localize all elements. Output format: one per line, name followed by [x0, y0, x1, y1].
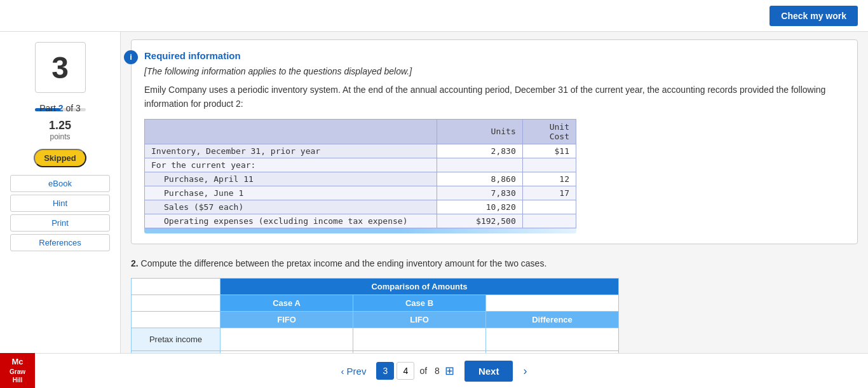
required-info-title: Required information	[144, 50, 844, 61]
skipped-badge[interactable]: Skipped	[34, 149, 86, 167]
table-cell-label: Purchase, June 1	[145, 186, 437, 200]
logo-hill: Hill	[13, 376, 23, 384]
table-cell-cost: 12	[522, 172, 576, 186]
references-button[interactable]: References	[10, 234, 110, 251]
comparison-lifo-header: LIFO	[353, 311, 486, 328]
page-input-group: of 8 ⊞	[376, 362, 454, 380]
comparison-empty-subheader	[132, 294, 220, 311]
top-bar: Check my work	[0, 0, 868, 32]
table-cell-label: Sales ($57 each)	[145, 200, 437, 214]
points-section: 1.25 points	[49, 119, 71, 141]
points-label: points	[49, 132, 71, 141]
table-header-label	[145, 119, 437, 144]
table-cell-label: For the current year:	[145, 158, 437, 172]
pretax-fifo-input[interactable]	[228, 331, 345, 347]
prev-button[interactable]: ‹ Prev	[341, 366, 367, 377]
pretax-lifo-cell[interactable]	[353, 328, 486, 350]
main-layout: 3 Part 2 of 3 1.25 points Skipped eBook …	[0, 32, 868, 388]
table-cell-units: 8,860	[437, 172, 523, 186]
comparison-difference-header: Difference	[486, 311, 619, 328]
table-cell-units: $192,500	[437, 214, 523, 228]
prev-chevron-icon: ‹	[341, 366, 344, 377]
table-cell-label: Inventory, December 31, prior year	[145, 144, 437, 158]
pretax-fifo-cell[interactable]	[220, 328, 353, 350]
logo-graw: Graw	[10, 368, 25, 376]
info-body-text: Emily Company uses a periodic inventory …	[144, 83, 844, 111]
sidebar: 3 Part 2 of 3 1.25 points Skipped eBook …	[0, 32, 121, 388]
logo-mc: Mc	[11, 357, 23, 368]
question-text: 2. Compute the difference between the pr…	[131, 257, 858, 270]
next-button[interactable]: Next	[465, 361, 513, 382]
comparison-pretax-row: Pretax income	[132, 328, 619, 350]
table-row: Operating expenses (excluding income tax…	[145, 214, 576, 228]
table-cell-cost: 17	[522, 186, 576, 200]
ebook-button[interactable]: eBook	[10, 175, 110, 192]
table-cell-units	[437, 158, 523, 172]
print-button[interactable]: Print	[10, 214, 110, 232]
comparison-header-top: Comparison of Amounts	[220, 278, 619, 294]
question-number: 3	[51, 50, 69, 85]
pretax-label: Pretax income	[132, 328, 220, 350]
table-cell-units: 2,830	[437, 144, 523, 158]
next-chevron-icon[interactable]: ›	[523, 364, 527, 378]
info-box: i Required information [The following in…	[131, 39, 858, 244]
table-header-units: Units	[437, 119, 523, 144]
table-cell-cost	[522, 158, 576, 172]
table-cell-label: Purchase, April 11	[145, 172, 437, 186]
question-number-label: 2.	[131, 258, 139, 268]
hint-button[interactable]: Hint	[10, 195, 110, 212]
content-area: i Required information [The following in…	[121, 32, 868, 388]
grid-icon[interactable]: ⊞	[445, 364, 454, 378]
comparison-diff-header-empty	[486, 294, 619, 311]
total-pages: 8	[435, 366, 440, 376]
check-work-button[interactable]: Check my work	[770, 6, 858, 26]
current-page-input[interactable]	[376, 362, 394, 380]
pretax-diff-cell[interactable]	[486, 328, 619, 350]
info-icon: i	[124, 50, 138, 64]
comparison-fifo-header: FIFO	[220, 311, 353, 328]
part-label-suffix: of 3	[64, 103, 81, 113]
table-cell-units: 10,820	[437, 200, 523, 214]
question-number-box: 3	[35, 42, 86, 93]
pretax-diff-input[interactable]	[494, 331, 611, 347]
table-header-cost: UnitCost	[522, 119, 576, 144]
next-page-input[interactable]	[397, 362, 414, 380]
table-row: Inventory, December 31, prior year 2,830…	[145, 144, 576, 158]
info-italic-text: [The following information applies to th…	[144, 66, 844, 76]
table-cell-cost: $11	[522, 144, 576, 158]
inventory-table: Units UnitCost Inventory, December 31, p…	[144, 119, 576, 228]
table-row: Purchase, June 1 7,830 17	[145, 186, 576, 200]
question-body: Compute the difference between the preta…	[141, 258, 547, 268]
sidebar-links: eBook Hint Print References	[10, 175, 110, 251]
scroll-hint	[144, 228, 576, 233]
table-row: For the current year:	[145, 158, 576, 172]
comparison-empty-header	[132, 278, 220, 294]
table-cell-cost	[522, 200, 576, 214]
part-label: Part 2 of 3	[35, 103, 86, 113]
table-row: Sales ($57 each) 10,820	[145, 200, 576, 214]
table-cell-cost	[522, 214, 576, 228]
pretax-lifo-input[interactable]	[361, 331, 478, 347]
table-row: Purchase, April 11 8,860 12	[145, 172, 576, 186]
prev-label: Prev	[347, 366, 367, 377]
points-value: 1.25	[49, 119, 71, 132]
part-number: 2	[58, 103, 64, 113]
mcgraw-logo: Mc Graw Hill	[0, 353, 35, 388]
bottom-nav: Mc Graw Hill ‹ Prev of 8 ⊞ Next ›	[0, 353, 868, 388]
part-label-prefix: Part	[39, 103, 58, 113]
comparison-method-empty	[132, 311, 220, 328]
comparison-case-b-header: Case B	[353, 294, 486, 311]
table-cell-label: Operating expenses (excluding income tax…	[145, 214, 437, 228]
comparison-case-a-header: Case A	[220, 294, 353, 311]
table-cell-units: 7,830	[437, 186, 523, 200]
of-text: of	[419, 366, 427, 376]
